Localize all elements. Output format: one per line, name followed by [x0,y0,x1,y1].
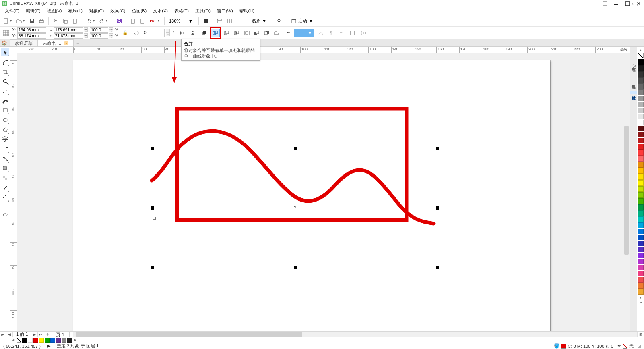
save-button[interactable] [27,17,36,25]
zoom-tool[interactable] [1,77,9,85]
width-input[interactable] [54,27,83,33]
color-swatch[interactable] [638,132,644,137]
shape-tool[interactable] [1,58,9,66]
home-icon[interactable]: 🏠 [2,40,7,46]
menu-view[interactable]: 视图(V) [45,7,64,15]
show-guidelines-button[interactable] [235,17,244,25]
palette-down-button[interactable]: ▼ [638,295,644,300]
crop-tool[interactable] [1,68,9,76]
no-color-swatch[interactable] [638,53,644,58]
scaley-spin[interactable]: ▴▾ [109,33,113,38]
color-swatch[interactable] [638,247,644,252]
boundary-button[interactable] [272,29,281,37]
scale-x-input[interactable] [90,27,108,33]
width-spin[interactable]: ▴▾ [84,27,88,32]
color-swatch[interactable] [638,83,644,89]
cut-button[interactable]: ✂ [51,17,60,25]
hpalette-left-button[interactable]: ◀ [10,338,16,342]
copy-button[interactable] [61,17,70,25]
trim-button[interactable] [222,29,231,37]
height-input[interactable] [54,33,83,39]
hpalette-no-color[interactable] [17,338,21,343]
zoom-level-combo[interactable]: ▼ [167,17,196,25]
color-swatch[interactable] [638,259,644,264]
selection-handle-mr[interactable] [436,206,439,210]
color-swatch[interactable] [638,216,644,222]
custom-frame-icon[interactable] [601,1,609,6]
color-swatch[interactable] [638,204,644,210]
color-swatch[interactable] [62,338,66,343]
selection-handle-tr[interactable] [436,147,439,150]
tab-close-icon[interactable]: × [64,41,68,45]
ellipse-tool[interactable] [1,116,9,124]
docker-tab-properties[interactable]: 对象属性 [630,80,637,83]
color-swatch[interactable] [638,229,644,234]
color-swatch[interactable] [67,338,72,343]
transparency-tool[interactable] [1,174,9,182]
color-swatch[interactable] [638,120,644,125]
selection-center[interactable]: × [293,206,297,210]
next-page-button[interactable]: ▶ [31,332,38,337]
tab-welcome[interactable]: 欢迎屏幕 [10,39,38,46]
artistic-media-tool[interactable] [1,97,9,105]
color-swatch[interactable] [638,168,644,174]
export-button[interactable] [138,17,147,25]
horizontal-scrollbar[interactable] [73,332,638,337]
hpalette-right-button[interactable]: ▶ [72,338,78,342]
simplify-button[interactable] [242,29,251,37]
color-swatch[interactable] [638,150,644,156]
vertical-scrollbar[interactable] [623,53,630,331]
color-swatch[interactable] [638,138,644,143]
color-swatch[interactable] [638,186,644,192]
color-swatch[interactable] [638,283,644,289]
resize-grip-icon[interactable]: ◢ [638,343,641,349]
menu-tools[interactable]: 工具(O) [193,7,213,15]
menu-file[interactable]: 文件(F) [2,7,22,15]
selection-handle-tm[interactable] [294,147,297,150]
menu-edit[interactable]: 编辑(E) [23,7,43,15]
color-swatch[interactable] [638,289,644,295]
color-swatch[interactable] [638,174,644,180]
last-page-button[interactable]: ⏭ [38,332,44,337]
color-swatch[interactable] [45,338,50,343]
color-swatch[interactable] [638,89,644,95]
color-swatch[interactable] [638,253,644,258]
lock-ratio-button[interactable]: 🔒 [121,29,130,37]
rot-spin[interactable]: ▴▾ [166,29,170,37]
smart-fill-tool[interactable] [1,210,9,218]
color-swatch[interactable] [638,108,644,113]
connector-tool[interactable] [1,155,9,163]
intersect-button[interactable] [232,29,241,37]
horizontal-ruler[interactable]: 毫米 -20-100102030405060708090100110120130… [17,47,630,53]
color-swatch[interactable] [50,338,55,343]
object-hints-button[interactable]: i [359,29,368,37]
align-button[interactable]: ≡ [336,29,345,37]
navigator-button[interactable]: ⊞ [638,332,644,337]
options-button[interactable]: ⚙ [275,17,283,25]
mirror-vertical-button[interactable] [188,29,197,37]
hscroll-thumb[interactable] [76,332,302,337]
add-page-button[interactable]: ＋ [44,331,51,337]
docker-tab-styles[interactable]: 对象样式 [630,91,637,94]
curve-node-start[interactable] [153,217,156,220]
palette-up-button[interactable]: ▲ [638,48,644,52]
palette-flyout-button[interactable]: ◂ [638,300,644,305]
app-launcher[interactable]: 启动 ▼ [289,17,316,25]
color-swatch[interactable] [638,198,644,204]
color-swatch[interactable] [638,156,644,162]
color-swatch[interactable] [638,71,644,77]
docker-close-icon[interactable]: × [632,2,634,6]
menu-table[interactable]: 表格(T) [172,7,191,15]
rectangle-tool[interactable] [1,106,9,114]
pick-tool[interactable] [1,48,9,56]
color-swatch[interactable] [28,338,33,343]
color-swatch[interactable] [638,126,644,131]
outline-pen-icon[interactable]: ✒ [284,29,293,37]
freehand-tool[interactable] [1,87,9,95]
snap-to-combo[interactable]: 贴齐 ▼ [249,17,269,25]
color-swatch[interactable] [638,102,644,107]
menu-window[interactable]: 窗口(W) [215,7,235,15]
drop-shadow-tool[interactable] [1,164,9,172]
color-swatch[interactable] [638,277,644,283]
weld-button[interactable] [211,29,220,37]
